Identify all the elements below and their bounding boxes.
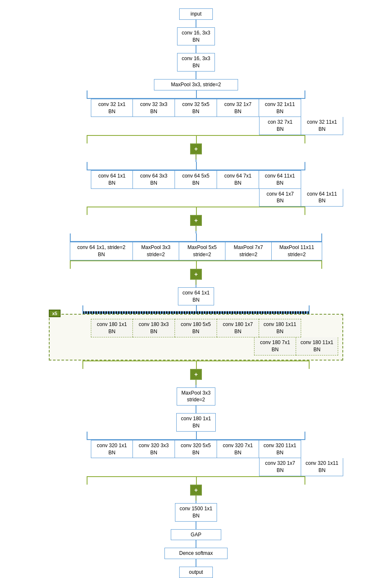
plus3-node: + (190, 269, 202, 280)
v-right-x5 (309, 305, 310, 314)
v-left-b1 (87, 135, 87, 143)
v-left-x5 (82, 305, 83, 314)
bracket-top-2 (49, 162, 343, 170)
maxpool1-node: MaxPool 3x3, stride=2 (154, 79, 238, 90)
v-left-3 (70, 233, 71, 242)
conv1500-node: conv 1500 1x1BN (175, 503, 217, 522)
x5-outer: x5 conv 180 1x1BN conv 180 3x3BN conv 18… (49, 305, 343, 360)
connector-g3 (196, 280, 196, 285)
conv180-1x1-single: conv 180 1x1BN (176, 413, 215, 432)
plus5-node: + (190, 485, 202, 496)
row1-section: conv 32 1x1BN conv 32 3x3BN conv 32 5x5B… (4, 99, 388, 135)
conv320-1x1: conv 320 1x1BN (91, 440, 133, 459)
bracket-bottom-320 (49, 476, 343, 485)
conv320-1x7: conv 320 1x7BN (259, 458, 301, 476)
v-center-b320 (196, 476, 197, 485)
row-320b: conv 320 1x7BN conv 320 1x11BN (49, 458, 343, 476)
connector-g1 (196, 154, 196, 159)
row2: conv 64 1x1BN conv 64 3x3BN conv 64 5x5B… (91, 170, 301, 189)
v-center-320 (196, 432, 197, 440)
v-right-b2 (305, 207, 305, 215)
conv64-11x1: conv 64 11x1BN (259, 170, 301, 189)
diagram: input conv 16, 3x3BN conv 16, 3x3BN MaxP… (0, 0, 392, 578)
bracket-top-320 (49, 432, 343, 440)
conv320-11x1: conv 320 11x1BN (259, 440, 301, 459)
v-center-b2 (196, 207, 197, 215)
conv32-7x1: con 32 7x1BN (259, 117, 301, 135)
row1: conv 32 1x1BN conv 32 3x3BN conv 32 5x5B… (91, 99, 301, 117)
v-left-320 (87, 432, 87, 440)
v-left-b320 (87, 476, 87, 485)
conv180-1x11: conv 180 1x11BN (259, 319, 301, 337)
bracket-bottom-2 (49, 207, 343, 215)
conv64-1x1-single: conv 64 1x1BN (178, 287, 215, 306)
conv180-1x1: conv 180 1x1BN (91, 319, 133, 337)
conv64-5x5: conv 64 5x5BN (175, 170, 217, 189)
maxpool-5x5-s2: MaxPool 5x5stride=2 (179, 242, 225, 260)
v-left-b3 (70, 260, 71, 269)
v-left-1 (87, 90, 87, 99)
conv180-1x7: conv 180 1x7BN (217, 319, 259, 337)
bracket-bottom-3 (49, 260, 343, 269)
row320-section: conv 320 1x1BN conv 320 3x3BN conv 320 5… (4, 440, 388, 476)
connector-gap (196, 540, 196, 548)
row-180: conv 180 1x1BN conv 180 3x3BN conv 180 5… (54, 319, 338, 337)
h-line-1 (87, 98, 305, 99)
conv32-1x11: conv 32 1x11BN (259, 99, 301, 117)
connector-g5 (196, 496, 196, 501)
conv180-5x5: conv 180 5x5BN (175, 319, 217, 337)
conv32-11x1: conv 32 11x1BN (301, 117, 343, 135)
maxpool-3x3-s2-single: MaxPool 3x3stride=2 (177, 387, 215, 406)
bracket-top-3 (49, 233, 343, 242)
row2-section: conv 64 1x1BN conv 64 3x3BN conv 64 5x5B… (4, 170, 388, 207)
row3-section: conv 64 1x1, stride=2BN MaxPool 3x3strid… (4, 242, 388, 260)
row1b: con 32 7x1BN conv 32 11x1BN (49, 117, 343, 135)
v-left-b2 (87, 207, 87, 215)
v-left-2 (87, 162, 87, 170)
v-center-b1 (196, 135, 197, 143)
input-node: input (179, 8, 213, 20)
connector-dense (196, 559, 196, 567)
conv180-7x1: conv 180 7x1BN (254, 337, 296, 355)
row-320: conv 320 1x1BN conv 320 3x3BN conv 320 5… (91, 440, 301, 459)
maxpool-11x11-s2: MaxPool 11x11stride=2 (272, 242, 322, 260)
conv320-5x5: conv 320 5x5BN (175, 440, 217, 459)
gap-node: GAP (171, 529, 221, 541)
bracket-bottom-x5 (49, 361, 343, 369)
conv64-1x7: conv 64 1x7BN (259, 189, 301, 207)
v-center-bx5 (196, 361, 197, 369)
v-center-2 (196, 162, 197, 170)
v-right-b1 (305, 135, 305, 143)
v-right-bx5 (309, 361, 310, 369)
h-line-2 (87, 170, 305, 170)
bracket-bottom-1 (49, 135, 343, 143)
conv180-3x3: conv 180 3x3BN (133, 319, 175, 337)
conv320-7x1: conv 320 7x1BN (217, 440, 259, 459)
dense-node: Dence softmax (164, 548, 228, 559)
conv1-node: conv 16, 3x3BN (177, 27, 215, 46)
v-right-3 (321, 233, 322, 242)
row-180b: conv 180 7x1BN conv 180 11x1BN (54, 337, 338, 355)
v-right-320 (305, 432, 305, 440)
conv32-5x5: conv 32 5x5BN (175, 99, 217, 117)
bracket-top-1 (49, 90, 343, 99)
maxpool-7x7-s2: MaxPool 7x7stride=2 (225, 242, 272, 260)
conv2-node: conv 16, 3x3BN (177, 53, 215, 72)
output-node: output (179, 567, 213, 578)
conv64-3x3: conv 64 3x3BN (133, 170, 175, 189)
connector-g2 (196, 226, 196, 231)
v-center-1 (196, 90, 197, 99)
row3: conv 64 1x1, stride=2BN MaxPool 3x3strid… (49, 242, 343, 260)
conv32-3x3: conv 32 3x3BN (133, 99, 175, 117)
plus2-node: + (190, 215, 202, 226)
x5-dotted-box: x5 conv 180 1x1BN conv 180 3x3BN conv 18… (49, 314, 343, 360)
maxpool-3x3-s2: MaxPool 3x3stride=2 (133, 242, 179, 260)
v-center-b3 (196, 260, 197, 269)
conv32-1x1: conv 32 1x1BN (91, 99, 133, 117)
conv64-1x1: conv 64 1x1BN (91, 170, 133, 189)
connector-2 (196, 45, 196, 53)
connector-3 (196, 72, 196, 79)
v-left-bx5 (82, 361, 83, 369)
conv64-1x1-stride2: conv 64 1x1, stride=2BN (70, 242, 133, 260)
v-right-2 (305, 162, 305, 170)
